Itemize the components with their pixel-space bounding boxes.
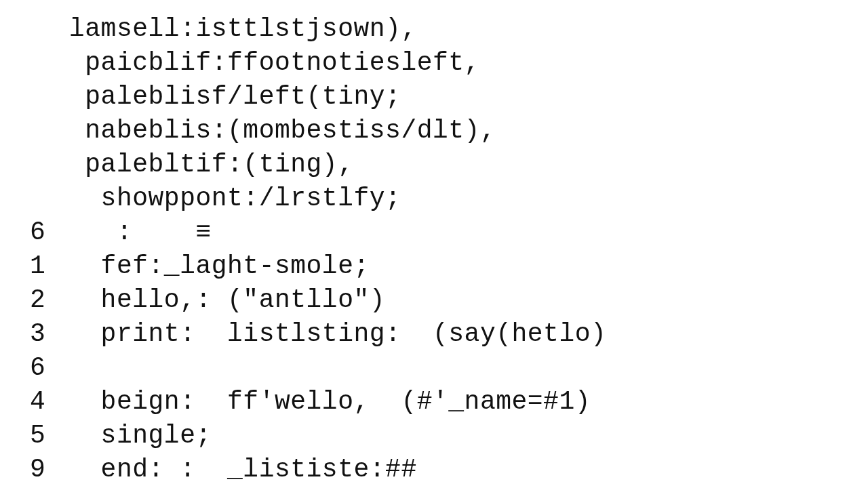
code-listing: lamsell:isttlstjsown), paicblif:ffootnot… <box>0 0 868 487</box>
line-content: end: : _lististe:## <box>69 453 417 487</box>
line-number: 5 <box>30 419 69 453</box>
code-line: 4 beign: ff'wello, (#'_name=#1) <box>30 385 868 419</box>
code-line: showppont:/lrstlfy; <box>30 182 868 216</box>
code-line: 3 print: listlsting: (say(hetlo) <box>30 317 868 351</box>
code-line: 9 end: : _lististe:## <box>30 453 868 487</box>
line-content: palebltif:(ting), <box>69 148 353 182</box>
code-line: palebltif:(ting), <box>30 148 868 182</box>
line-number: 1 <box>30 249 69 283</box>
line-number: 3 <box>30 317 69 351</box>
code-line: nabeblis:(mombestiss/dlt), <box>30 114 868 148</box>
code-line: 5 single; <box>30 419 868 453</box>
line-content: single; <box>69 419 212 453</box>
line-number: 6 <box>30 216 69 249</box>
line-number: 2 <box>30 283 69 317</box>
line-content: fef:_laght-smole; <box>69 249 370 283</box>
line-content: paicblif:ffootnotiesleft, <box>69 46 480 80</box>
line-content: : ≡ <box>69 216 212 249</box>
line-number: 6 <box>30 351 69 385</box>
code-line: 1 fef:_laght-smole; <box>30 249 868 283</box>
line-content: nabeblis:(mombestiss/dlt), <box>69 114 496 148</box>
line-content <box>69 351 101 385</box>
code-line: 6 : ≡ <box>30 216 868 249</box>
line-number: 9 <box>30 453 69 487</box>
line-content: print: listlsting: (say(hetlo) <box>69 317 606 351</box>
line-content: lamsell:isttlstjsown), <box>69 12 417 46</box>
code-line: 2 hello,: ("antllo") <box>30 283 868 317</box>
code-line: paicblif:ffootnotiesleft, <box>30 46 868 80</box>
line-content: showppont:/lrstlfy; <box>69 182 401 216</box>
line-number: 4 <box>30 385 69 419</box>
code-line: paleblisf/left(tiny; <box>30 80 868 114</box>
line-content: paleblisf/left(tiny; <box>69 80 401 114</box>
code-line: 6 <box>30 351 868 385</box>
code-line: lamsell:isttlstjsown), <box>30 12 868 46</box>
line-content: beign: ff'wello, (#'_name=#1) <box>69 385 591 419</box>
line-content: hello,: ("antllo") <box>69 283 385 317</box>
